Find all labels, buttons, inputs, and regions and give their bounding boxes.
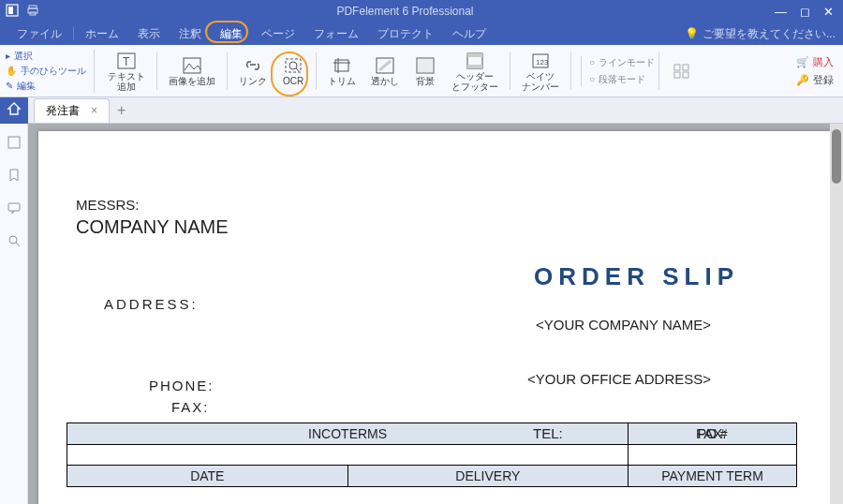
- menu-form[interactable]: フォーム: [304, 24, 368, 44]
- scroll-thumb[interactable]: [832, 129, 841, 184]
- doc-order-slip: ORDER SLIP: [534, 262, 739, 291]
- trim-button[interactable]: トリム: [320, 53, 363, 88]
- tabstrip: 発注書 × +: [0, 97, 843, 124]
- svg-rect-26: [683, 72, 688, 78]
- ribbon-right: 🛒 購入 🔑 登録: [796, 55, 837, 87]
- paragraph-mode-radio[interactable]: ○段落モード: [589, 73, 655, 86]
- watermark-icon: [374, 55, 396, 76]
- close-tab-button[interactable]: ×: [91, 104, 97, 117]
- hand-icon: ✋: [6, 66, 17, 76]
- bates-icon: 123: [529, 51, 552, 71]
- td-po: [629, 445, 797, 466]
- doc-table-1: INCOTERMS PO #: [67, 422, 797, 466]
- svg-point-29: [9, 236, 17, 244]
- ocr-button[interactable]: OCR: [274, 53, 312, 88]
- watermark-button[interactable]: 透かし: [363, 53, 407, 88]
- menu-view[interactable]: 表示: [128, 24, 170, 44]
- svg-rect-28: [8, 203, 20, 211]
- doc-tel-label: TEL:: [533, 425, 563, 441]
- text-add-icon: T: [115, 51, 138, 71]
- doc-table-2: DATE DELIVERY PAYMENT TERM: [67, 465, 797, 487]
- comments-icon[interactable]: [7, 200, 22, 218]
- menubar: ファイル ホーム 表示 注釈 編集 ページ フォーム プロテクト ヘルプ 💡 ご…: [0, 22, 843, 45]
- document-tab[interactable]: 発注書 ×: [34, 98, 110, 123]
- doc-your-company: <YOUR COMPANY NAME>: [536, 317, 711, 333]
- key-icon: 🔑: [796, 74, 809, 86]
- header-footer-button[interactable]: ヘッダー とフッター: [444, 49, 506, 94]
- ocr-icon: [282, 55, 304, 76]
- add-tab-button[interactable]: +: [110, 102, 133, 119]
- home-tab-button[interactable]: [0, 97, 28, 124]
- th-date: DATE: [67, 466, 348, 487]
- menu-edit[interactable]: 編集: [211, 24, 252, 44]
- menu-file[interactable]: ファイル: [7, 24, 71, 44]
- left-rail: [0, 124, 28, 504]
- edit-tool[interactable]: ✎編集: [6, 80, 86, 93]
- svg-rect-19: [467, 53, 482, 57]
- register-button[interactable]: 🔑 登録: [796, 73, 834, 87]
- canvas[interactable]: MESSRS: COMPANY NAME ORDER SLIP <YOUR CO…: [28, 124, 843, 504]
- close-button[interactable]: ✕: [820, 5, 837, 19]
- ribbon: ▸選択 ✋手のひらツール ✎編集 T テキスト 追加 画像を追加 リンク OCR…: [0, 45, 843, 97]
- image-add-button[interactable]: 画像を追加: [161, 53, 223, 88]
- app-logo-icon: [6, 4, 19, 20]
- more-button[interactable]: [663, 59, 701, 83]
- trim-icon: [331, 55, 353, 76]
- vertical-scrollbar[interactable]: [830, 124, 843, 504]
- doc-your-office: <YOUR OFFICE ADDRESS>: [527, 371, 711, 387]
- doc-company-name: COMPANY NAME: [76, 216, 795, 238]
- ribbon-left-tools: ▸選択 ✋手のひらツール ✎編集: [6, 50, 95, 93]
- background-button[interactable]: 背景: [407, 53, 444, 88]
- text-add-button[interactable]: T テキスト 追加: [100, 49, 153, 94]
- radio-icon: ○: [589, 57, 595, 67]
- svg-point-9: [289, 62, 297, 69]
- document-tab-label: 発注書: [46, 103, 80, 119]
- titlebar: PDFelement 6 Professional — ◻ ✕: [0, 0, 843, 22]
- work-area: MESSRS: COMPANY NAME ORDER SLIP <YOUR CO…: [0, 124, 843, 504]
- cart-icon: 🛒: [796, 56, 809, 68]
- select-tool[interactable]: ▸選択: [6, 50, 86, 63]
- doc-fax-right-label: FAX:: [696, 425, 727, 441]
- svg-rect-23: [674, 65, 680, 70]
- search-icon[interactable]: [7, 233, 22, 251]
- svg-text:T: T: [123, 55, 130, 68]
- menu-page[interactable]: ページ: [252, 24, 304, 44]
- bates-button[interactable]: 123 ベイツ ナンバー: [514, 49, 567, 94]
- svg-rect-27: [8, 137, 20, 148]
- line-mode-radio[interactable]: ○ラインモード: [589, 56, 655, 69]
- ribbon-mode-group: ○ラインモード ○段落モード: [581, 56, 655, 86]
- maximize-button[interactable]: ◻: [796, 5, 814, 19]
- td-incoterms: [67, 445, 629, 466]
- image-add-icon: [181, 55, 203, 76]
- app-title: PDFelement 6 Professional: [39, 5, 771, 18]
- menu-protect[interactable]: プロテクト: [368, 24, 443, 44]
- svg-line-15: [379, 61, 391, 70]
- menu-home[interactable]: ホーム: [76, 24, 128, 44]
- bulb-icon: 💡: [685, 27, 699, 40]
- hand-tool[interactable]: ✋手のひらツール: [6, 65, 86, 78]
- minimize-button[interactable]: —: [771, 5, 791, 19]
- svg-rect-11: [335, 60, 348, 71]
- th-delivery: DELIVERY: [348, 466, 629, 487]
- cursor-icon: ▸: [6, 51, 10, 61]
- document-page: MESSRS: COMPANY NAME ORDER SLIP <YOUR CO…: [38, 131, 833, 504]
- svg-rect-1: [8, 7, 13, 14]
- th-payment: PAYMENT TERM: [629, 466, 797, 487]
- svg-rect-20: [467, 65, 482, 68]
- menu-help[interactable]: ヘルプ: [443, 24, 495, 44]
- link-icon: [242, 55, 264, 76]
- svg-line-10: [296, 68, 299, 71]
- feedback-link[interactable]: 💡 ご要望を教えてください...: [685, 26, 836, 42]
- svg-rect-24: [683, 65, 688, 70]
- bookmarks-icon[interactable]: [7, 168, 22, 185]
- grid-icon: [671, 61, 693, 82]
- menu-comment[interactable]: 注釈: [170, 24, 211, 44]
- doc-messrs: MESSRS:: [76, 197, 795, 213]
- doc-address-label: ADDRESS:: [104, 296, 795, 312]
- purchase-button[interactable]: 🛒 購入: [796, 55, 834, 69]
- print-icon[interactable]: [26, 4, 39, 20]
- thumbnails-icon[interactable]: [7, 135, 22, 153]
- svg-rect-25: [674, 72, 680, 78]
- link-button[interactable]: リンク: [231, 53, 274, 88]
- svg-text:123: 123: [536, 58, 549, 67]
